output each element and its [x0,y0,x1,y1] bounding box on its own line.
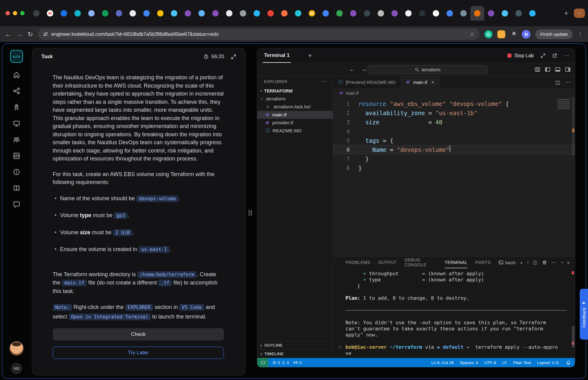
reload-button[interactable]: ↻ [28,31,33,37]
new-tab-button[interactable]: + [561,9,571,17]
split-terminal-icon[interactable]: ◫ [533,260,538,265]
address-bar[interactable]: engineer.kodekloud.com/task?id=6818bdb7a… [38,28,480,40]
maximize-panel-icon[interactable]: › [559,261,565,263]
explorer-more-icon[interactable]: ⋯ [321,78,327,85]
explorer-root-terraform[interactable]: ›TERRAFORM [257,87,333,95]
browser-tab[interactable]: M [43,6,57,21]
kill-terminal-trash-icon[interactable] [542,260,547,265]
browser-tab[interactable] [57,6,71,21]
indentation-status[interactable]: Spaces: 4 [460,360,478,365]
browser-tab[interactable] [498,6,512,21]
toggle-secondary-sidebar-icon[interactable] [565,67,571,72]
browser-tab[interactable] [29,6,43,21]
check-button[interactable]: Check [53,328,224,340]
profile-avatar[interactable]: N [522,30,530,39]
browser-tab[interactable] [512,6,526,21]
outline-section[interactable]: ›OUTLINE [257,341,333,349]
split-editor-icon[interactable]: ◫ [555,79,560,86]
toggle-sidebar-icon[interactable] [545,67,550,72]
shell-selector[interactable]: bash [499,260,516,265]
browser-tab[interactable] [112,6,126,21]
browser-tab[interactable] [484,6,498,21]
browser-tab[interactable] [333,6,346,21]
panel-resize-handle[interactable] [249,210,252,216]
close-panel-icon[interactable]: × [567,260,570,265]
learning-paths-icon[interactable] [13,87,21,95]
browser-tab[interactable] [526,6,539,21]
site-settings-icon[interactable] [43,32,48,37]
keyboard-layout-status[interactable]: Layout: U.S. [537,360,560,365]
support-chat-icon[interactable] [13,201,21,209]
kodekloud-logo[interactable]: </> [10,50,23,63]
editor-scrollbar[interactable] [572,97,575,156]
open-external-icon[interactable] [552,53,557,58]
browser-tab[interactable] [195,6,209,21]
file-row-main-tf[interactable]: main.tf [257,111,333,119]
customize-layout-icon[interactable] [535,67,540,72]
browser-tab[interactable]: W [305,6,319,21]
add-terminal-tab-button[interactable]: + [308,52,312,60]
labs-icon[interactable] [13,119,21,127]
shell-dropdown-icon[interactable]: › [525,261,531,263]
library-book-icon[interactable] [13,184,21,192]
browser-tab[interactable] [346,6,360,21]
browser-tab[interactable] [167,6,181,21]
browser-tab[interactable] [360,6,374,21]
tab-preview-readme[interactable]: ⓘ[Preview] README.MD [333,76,401,88]
browser-tab[interactable] [264,6,277,21]
tab-search-button[interactable]: › [574,9,585,18]
code-editor[interactable]: 1resource "aws_ebs_volume" "devops-volum… [333,97,575,256]
browser-tab[interactable] [277,6,291,21]
rocket-icon[interactable] [13,103,21,111]
close-window-button[interactable] [6,11,10,15]
bookmark-star-icon[interactable]: ☆ [470,31,475,38]
file-row-lock-hcl[interactable]: ≡.terraform.lock.hcl [257,103,333,111]
problems-status[interactable]: ⊘0 ⚠0 [273,360,289,365]
remote-indicator[interactable] [257,358,268,367]
playground-icon[interactable] [13,152,21,160]
editor-forward-icon[interactable]: → [361,66,367,73]
extensions-puzzle-icon[interactable] [510,31,517,38]
encoding-status[interactable]: UTF-8 [484,360,496,365]
extension-icon[interactable] [497,30,505,38]
browser-tab[interactable] [401,6,415,21]
file-row-readme-md[interactable]: ⓘREADME.MD [257,127,333,135]
browser-tab[interactable] [140,6,153,21]
browser-tab[interactable] [374,6,388,21]
notifications-bell-icon[interactable] [566,360,571,365]
tab-ports[interactable]: PORTS [475,257,491,268]
terminal-more-options-icon[interactable]: ⋯ [564,52,569,59]
user-avatar[interactable] [9,341,24,356]
terminal-1-tab[interactable]: Terminal 1 [263,48,291,63]
breadcrumb[interactable]: main.tf [333,89,575,97]
expand-terminal-icon[interactable] [541,53,545,58]
cursor-position-status[interactable]: Ln 6, Col 26 [432,360,454,365]
browser-tab[interactable] [250,6,264,21]
browser-tab[interactable] [209,6,222,21]
tab-problems[interactable]: PROBLEMS [345,257,370,268]
browser-tab[interactable] [429,6,443,21]
browser-tab[interactable] [457,6,470,21]
browser-tab[interactable] [443,6,457,21]
community-icon[interactable] [13,136,21,144]
vscode-command-search[interactable]: terraform [368,65,488,74]
tab-output[interactable]: OUTPUT [378,257,397,268]
expand-task-icon[interactable] [231,54,236,59]
user-initials-badge[interactable]: NS [11,363,22,374]
tab-debug-console[interactable]: DEBUG CONSOLE [405,257,437,268]
browser-tab[interactable] [126,6,140,21]
editor-back-icon[interactable]: ← [349,66,355,73]
browser-tab[interactable] [388,6,401,21]
info-icon[interactable] [13,168,21,176]
toggle-panel-icon[interactable] [555,67,560,72]
home-icon[interactable] [13,71,21,79]
terminal-scrollbar[interactable] [572,326,575,348]
timeline-section[interactable]: ›TIMELINE [257,349,333,358]
browser-tab[interactable] [71,6,85,21]
file-row-terraform-folder[interactable]: ›.terraform [257,95,333,103]
browser-menu-icon[interactable]: ⋮ [578,31,583,38]
try-later-button[interactable]: Try Later [53,347,224,359]
minimize-window-button[interactable] [13,11,17,15]
browser-tab[interactable] [291,6,305,21]
back-button[interactable]: ← [5,31,11,37]
